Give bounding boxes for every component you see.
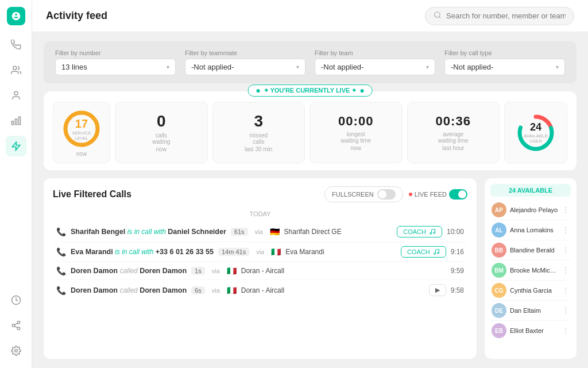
svg-point-21 (437, 252, 439, 254)
svg-line-13 (439, 16, 441, 18)
live-calls-panel: Live Filtered Calls FULLSCREEN LIVE FEED (44, 178, 477, 359)
svg-point-18 (430, 233, 431, 235)
service-level-label: SERVICELEVEL (72, 131, 91, 141)
sidebar-item-contacts[interactable] (6, 60, 26, 80)
fullscreen-button[interactable]: FULLSCREEN (324, 186, 403, 202)
filter-team: Filter by team -Not applied- ▾ (315, 49, 435, 75)
filter-number-select[interactable]: 13 lines ▾ (55, 59, 176, 75)
user-action-icon[interactable]: ⋮ (562, 246, 570, 255)
user-name: Dan Eltaim (510, 307, 558, 314)
call-time: 10:00 (447, 228, 464, 236)
sidebar-item-history[interactable] (6, 290, 26, 310)
call-duration: 6s (191, 286, 205, 294)
average-waiting-sublabel: last hour (442, 145, 464, 151)
call-row: 📞 Eva Marandi is in call with +33 6 01 2… (53, 242, 467, 262)
filter-call-type: Filter by call type -Not applied- ▾ (444, 49, 565, 75)
call-line: Doran - Aircall (241, 267, 446, 275)
avatar: BB (492, 243, 506, 258)
svg-line-9 (14, 326, 17, 328)
user-row: CG Cynthia Garcia ⋮ (490, 281, 571, 301)
filter-call-type-select[interactable]: -Not applied- ▾ (444, 59, 565, 75)
call-agent: Sharifah Bengel is in call with Daniel S… (71, 228, 226, 236)
call-line: Doran - Aircall (241, 286, 424, 294)
average-waiting-label: averagewaiting time (438, 131, 469, 144)
missed-calls-sublabel: last 30 min (245, 146, 272, 152)
main-content: Activity feed Filter by number 13 lines … (32, 0, 588, 368)
missed-calls-value: 3 (254, 113, 263, 131)
svg-point-7 (12, 324, 15, 327)
user-action-icon[interactable]: ⋮ (562, 266, 570, 275)
svg-rect-4 (11, 121, 13, 125)
search-input[interactable] (446, 12, 566, 20)
filter-teammate-value: -Not applied- (191, 63, 234, 71)
user-action-icon[interactable]: ⋮ (562, 205, 570, 214)
sidebar-item-activity[interactable] (6, 136, 26, 156)
flag-icon: 🇮🇹 (227, 286, 237, 295)
avatar: CG (492, 283, 506, 298)
user-action-icon[interactable]: ⋮ (562, 306, 570, 315)
svg-point-6 (17, 321, 20, 324)
flag-icon: 🇮🇹 (271, 247, 281, 256)
header: Activity feed (32, 0, 588, 32)
available-users-donut: 24 AVAILABLEUSER (515, 112, 556, 154)
flag-icon: 🇩🇪 (270, 227, 280, 236)
sidebar-item-user[interactable] (6, 85, 26, 106)
avatar: DE (492, 303, 506, 318)
stat-missed-calls: 3 missedcalls last 30 min (212, 102, 305, 163)
play-button[interactable]: ▶ (429, 284, 446, 296)
avatar: AP (492, 202, 506, 217)
user-action-icon[interactable]: ⋮ (562, 286, 570, 295)
content-area: Filter by number 13 lines ▾ Filter by te… (32, 32, 588, 368)
stat-available-users: 24 AVAILABLEUSER (504, 102, 567, 163)
live-dot-2 (360, 89, 363, 93)
sidebar-item-analytics[interactable] (6, 110, 26, 131)
user-row: AL Anna Lomakins ⋮ (490, 220, 571, 240)
user-action-icon[interactable]: ⋮ (562, 225, 570, 235)
sidebar-item-settings[interactable] (6, 340, 26, 361)
call-time: 9:16 (451, 248, 464, 256)
filter-team-label: Filter by team (315, 49, 435, 56)
search-icon (434, 11, 442, 21)
calls-waiting-label: callswaiting (152, 132, 170, 145)
filter-number-label: Filter by number (55, 49, 176, 56)
filter-teammate-select[interactable]: -Not applied- ▾ (185, 59, 305, 75)
logo[interactable] (7, 7, 25, 25)
call-via: via (212, 287, 220, 294)
filter-team-select[interactable]: -Not applied- ▾ (315, 59, 435, 75)
svg-point-0 (13, 66, 16, 70)
calls-table: TODAY 📞 Sharifah Bengel is in call with … (53, 208, 467, 351)
call-row: 📞 Doren Damon called Doren Damon 1s via … (53, 262, 467, 280)
live-feed-label: LIVE FEED (415, 191, 447, 198)
user-name: Elliot Baxter (510, 327, 558, 334)
longest-waiting-label: longestwaiting time (341, 131, 371, 144)
sidebar-item-share[interactable] (6, 315, 26, 336)
live-calls-title: Live Filtered Calls (53, 189, 131, 200)
missed-calls-label: missedcalls (249, 132, 268, 145)
filters-bar: Filter by number 13 lines ▾ Filter by te… (44, 41, 577, 83)
filter-call-type-value: -Not applied- (451, 63, 493, 71)
service-level-sublabel: now (76, 151, 87, 157)
filter-number: Filter by number 13 lines ▾ (55, 49, 176, 75)
call-line: Sharifah Direct GE (284, 228, 393, 236)
chevron-down-icon: ▾ (426, 64, 429, 70)
fullscreen-label: FULLSCREEN (332, 191, 374, 198)
longest-waiting-value: 00:00 (338, 114, 373, 129)
bottom-section: Live Filtered Calls FULLSCREEN LIVE FEED (44, 178, 577, 359)
user-row: BB Blandine Berald ⋮ (490, 240, 571, 260)
live-feed-toggle-group: LIVE FEED (409, 189, 467, 200)
fullscreen-toggle[interactable] (377, 189, 396, 200)
coach-button[interactable]: COACH (401, 246, 446, 258)
user-name: Alejandro Pelayo (510, 206, 558, 213)
average-waiting-value: 00:36 (436, 114, 471, 129)
search-box[interactable] (425, 7, 574, 25)
avatar: AL (492, 223, 506, 237)
chevron-down-icon: ▾ (167, 64, 169, 70)
svg-point-12 (435, 12, 440, 17)
live-feed-toggle[interactable] (449, 189, 467, 200)
longest-waiting-sublabel: now (351, 145, 361, 151)
user-action-icon[interactable]: ⋮ (562, 326, 570, 335)
sidebar-item-phone[interactable] (6, 34, 26, 55)
call-agent: Doren Damon called Doren Damon (71, 267, 187, 275)
stats-grid: 17 SERVICELEVEL now 0 callswaiting now 3… (53, 102, 567, 163)
coach-button[interactable]: COACH (397, 226, 442, 237)
